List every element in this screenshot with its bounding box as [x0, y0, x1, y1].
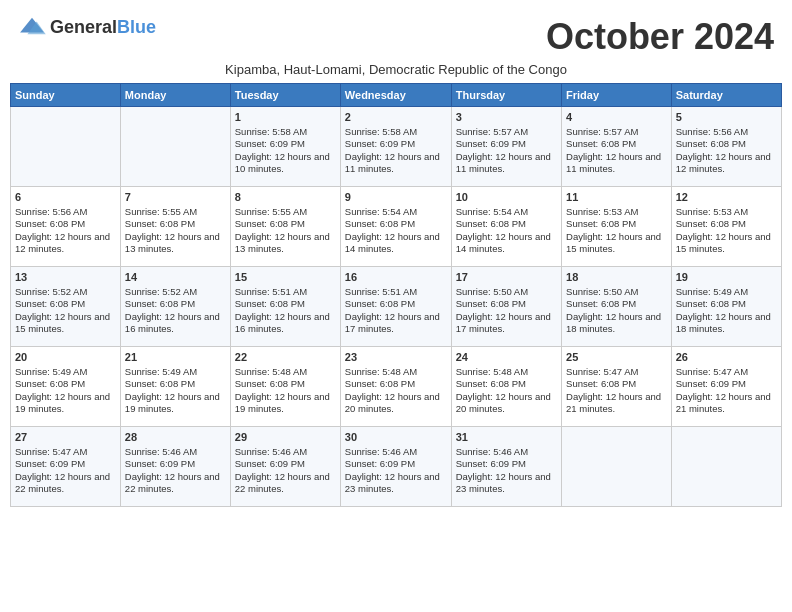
logo-general: General [50, 17, 117, 37]
day-of-week-sunday: Sunday [11, 84, 121, 107]
calendar-cell: 25Sunrise: 5:47 AMSunset: 6:08 PMDayligh… [562, 347, 672, 427]
day-number: 1 [235, 110, 336, 125]
day-info: Sunrise: 5:52 AMSunset: 6:08 PMDaylight:… [125, 286, 226, 335]
calendar-cell: 6Sunrise: 5:56 AMSunset: 6:08 PMDaylight… [11, 187, 121, 267]
day-number: 20 [15, 350, 116, 365]
day-info: Sunrise: 5:47 AMSunset: 6:08 PMDaylight:… [566, 366, 667, 415]
calendar-cell: 12Sunrise: 5:53 AMSunset: 6:08 PMDayligh… [671, 187, 781, 267]
calendar-cell [120, 107, 230, 187]
day-of-week-saturday: Saturday [671, 84, 781, 107]
day-info: Sunrise: 5:49 AMSunset: 6:08 PMDaylight:… [15, 366, 116, 415]
calendar-cell [11, 107, 121, 187]
calendar-cell: 11Sunrise: 5:53 AMSunset: 6:08 PMDayligh… [562, 187, 672, 267]
day-info: Sunrise: 5:52 AMSunset: 6:08 PMDaylight:… [15, 286, 116, 335]
calendar-week-3: 13Sunrise: 5:52 AMSunset: 6:08 PMDayligh… [11, 267, 782, 347]
calendar-cell: 16Sunrise: 5:51 AMSunset: 6:08 PMDayligh… [340, 267, 451, 347]
calendar-cell: 8Sunrise: 5:55 AMSunset: 6:08 PMDaylight… [230, 187, 340, 267]
day-number: 31 [456, 430, 557, 445]
calendar-week-1: 1Sunrise: 5:58 AMSunset: 6:09 PMDaylight… [11, 107, 782, 187]
day-info: Sunrise: 5:58 AMSunset: 6:09 PMDaylight:… [235, 126, 336, 175]
day-number: 22 [235, 350, 336, 365]
calendar-cell [671, 427, 781, 507]
day-info: Sunrise: 5:46 AMSunset: 6:09 PMDaylight:… [456, 446, 557, 495]
logo: GeneralBlue [18, 16, 156, 38]
day-number: 4 [566, 110, 667, 125]
day-number: 24 [456, 350, 557, 365]
day-info: Sunrise: 5:55 AMSunset: 6:08 PMDaylight:… [235, 206, 336, 255]
day-number: 5 [676, 110, 777, 125]
day-number: 15 [235, 270, 336, 285]
calendar-cell: 4Sunrise: 5:57 AMSunset: 6:08 PMDaylight… [562, 107, 672, 187]
day-number: 21 [125, 350, 226, 365]
day-number: 11 [566, 190, 667, 205]
calendar-week-5: 27Sunrise: 5:47 AMSunset: 6:09 PMDayligh… [11, 427, 782, 507]
calendar-cell: 18Sunrise: 5:50 AMSunset: 6:08 PMDayligh… [562, 267, 672, 347]
calendar-cell: 15Sunrise: 5:51 AMSunset: 6:08 PMDayligh… [230, 267, 340, 347]
day-of-week-monday: Monday [120, 84, 230, 107]
calendar-cell: 5Sunrise: 5:56 AMSunset: 6:08 PMDaylight… [671, 107, 781, 187]
day-info: Sunrise: 5:54 AMSunset: 6:08 PMDaylight:… [345, 206, 447, 255]
day-info: Sunrise: 5:58 AMSunset: 6:09 PMDaylight:… [345, 126, 447, 175]
calendar-cell: 17Sunrise: 5:50 AMSunset: 6:08 PMDayligh… [451, 267, 561, 347]
calendar-cell [562, 427, 672, 507]
calendar-cell: 26Sunrise: 5:47 AMSunset: 6:09 PMDayligh… [671, 347, 781, 427]
calendar-cell: 29Sunrise: 5:46 AMSunset: 6:09 PMDayligh… [230, 427, 340, 507]
calendar-cell: 28Sunrise: 5:46 AMSunset: 6:09 PMDayligh… [120, 427, 230, 507]
day-info: Sunrise: 5:51 AMSunset: 6:08 PMDaylight:… [345, 286, 447, 335]
day-info: Sunrise: 5:48 AMSunset: 6:08 PMDaylight:… [345, 366, 447, 415]
logo-blue: Blue [117, 17, 156, 37]
day-number: 13 [15, 270, 116, 285]
calendar-cell: 27Sunrise: 5:47 AMSunset: 6:09 PMDayligh… [11, 427, 121, 507]
day-info: Sunrise: 5:55 AMSunset: 6:08 PMDaylight:… [125, 206, 226, 255]
day-of-week-thursday: Thursday [451, 84, 561, 107]
calendar-cell: 3Sunrise: 5:57 AMSunset: 6:09 PMDaylight… [451, 107, 561, 187]
day-info: Sunrise: 5:51 AMSunset: 6:08 PMDaylight:… [235, 286, 336, 335]
calendar-cell: 1Sunrise: 5:58 AMSunset: 6:09 PMDaylight… [230, 107, 340, 187]
calendar-header: SundayMondayTuesdayWednesdayThursdayFrid… [11, 84, 782, 107]
day-number: 27 [15, 430, 116, 445]
day-number: 9 [345, 190, 447, 205]
calendar-cell: 20Sunrise: 5:49 AMSunset: 6:08 PMDayligh… [11, 347, 121, 427]
calendar-cell: 21Sunrise: 5:49 AMSunset: 6:08 PMDayligh… [120, 347, 230, 427]
day-number: 30 [345, 430, 447, 445]
logo-icon [18, 16, 46, 38]
day-info: Sunrise: 5:49 AMSunset: 6:08 PMDaylight:… [125, 366, 226, 415]
day-info: Sunrise: 5:46 AMSunset: 6:09 PMDaylight:… [235, 446, 336, 495]
calendar-week-2: 6Sunrise: 5:56 AMSunset: 6:08 PMDaylight… [11, 187, 782, 267]
day-of-week-friday: Friday [562, 84, 672, 107]
day-info: Sunrise: 5:48 AMSunset: 6:08 PMDaylight:… [456, 366, 557, 415]
day-info: Sunrise: 5:49 AMSunset: 6:08 PMDaylight:… [676, 286, 777, 335]
calendar-cell: 24Sunrise: 5:48 AMSunset: 6:08 PMDayligh… [451, 347, 561, 427]
calendar-cell: 31Sunrise: 5:46 AMSunset: 6:09 PMDayligh… [451, 427, 561, 507]
calendar-week-4: 20Sunrise: 5:49 AMSunset: 6:08 PMDayligh… [11, 347, 782, 427]
calendar-cell: 30Sunrise: 5:46 AMSunset: 6:09 PMDayligh… [340, 427, 451, 507]
day-info: Sunrise: 5:56 AMSunset: 6:08 PMDaylight:… [15, 206, 116, 255]
calendar-body: 1Sunrise: 5:58 AMSunset: 6:09 PMDaylight… [11, 107, 782, 507]
day-number: 26 [676, 350, 777, 365]
day-number: 6 [15, 190, 116, 205]
day-info: Sunrise: 5:50 AMSunset: 6:08 PMDaylight:… [566, 286, 667, 335]
calendar-cell: 10Sunrise: 5:54 AMSunset: 6:08 PMDayligh… [451, 187, 561, 267]
day-number: 17 [456, 270, 557, 285]
day-of-week-tuesday: Tuesday [230, 84, 340, 107]
calendar-cell: 22Sunrise: 5:48 AMSunset: 6:08 PMDayligh… [230, 347, 340, 427]
day-number: 29 [235, 430, 336, 445]
calendar-cell: 7Sunrise: 5:55 AMSunset: 6:08 PMDaylight… [120, 187, 230, 267]
day-number: 19 [676, 270, 777, 285]
day-info: Sunrise: 5:47 AMSunset: 6:09 PMDaylight:… [676, 366, 777, 415]
month-title: October 2024 [546, 16, 774, 58]
day-number: 10 [456, 190, 557, 205]
day-number: 16 [345, 270, 447, 285]
day-info: Sunrise: 5:47 AMSunset: 6:09 PMDaylight:… [15, 446, 116, 495]
day-info: Sunrise: 5:46 AMSunset: 6:09 PMDaylight:… [345, 446, 447, 495]
calendar-cell: 9Sunrise: 5:54 AMSunset: 6:08 PMDaylight… [340, 187, 451, 267]
day-info: Sunrise: 5:56 AMSunset: 6:08 PMDaylight:… [676, 126, 777, 175]
day-number: 25 [566, 350, 667, 365]
day-info: Sunrise: 5:57 AMSunset: 6:08 PMDaylight:… [566, 126, 667, 175]
logo-text: GeneralBlue [50, 17, 156, 38]
day-info: Sunrise: 5:46 AMSunset: 6:09 PMDaylight:… [125, 446, 226, 495]
day-number: 7 [125, 190, 226, 205]
day-number: 14 [125, 270, 226, 285]
day-number: 3 [456, 110, 557, 125]
day-number: 8 [235, 190, 336, 205]
